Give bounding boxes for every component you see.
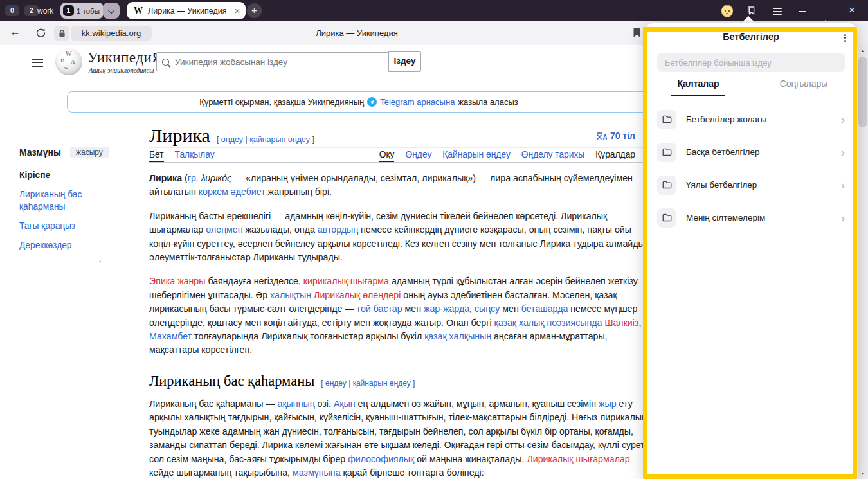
tab-group-expand-button[interactable] bbox=[103, 3, 120, 19]
tab-folders[interactable]: Қалталар bbox=[646, 78, 751, 100]
wiki-link[interactable]: Ақын bbox=[334, 399, 356, 409]
bookmarks-search-box[interactable] bbox=[657, 53, 845, 72]
wiki-redlink[interactable]: Лирикалық өлеңдері bbox=[314, 290, 401, 300]
wikipedia-favicon: W bbox=[134, 6, 143, 16]
active-tab-underline bbox=[671, 95, 725, 96]
avatar-mouth bbox=[726, 13, 728, 14]
tab-bar-divider bbox=[19, 6, 19, 15]
text-segment: мен bbox=[402, 303, 424, 314]
wiki-link[interactable]: Махамбет bbox=[149, 331, 192, 341]
tab-bar: 0 2 work 1 1 тобы W Лирика — Уикипедия ×… bbox=[0, 0, 868, 21]
language-selector-button[interactable]: A 70 тіл bbox=[545, 131, 635, 141]
article-body: Лирика (гр. λυρικός — «лираның үнімен ор… bbox=[149, 172, 657, 479]
toc-item-references[interactable]: Дереккөздер bbox=[19, 239, 138, 251]
wiki-link[interactable]: қазақ халқының bbox=[424, 331, 491, 341]
folder-row-my-links[interactable]: Менің сілтемелерім › bbox=[646, 201, 856, 234]
wiki-link[interactable]: жар-жарда bbox=[424, 303, 469, 314]
new-tab-button[interactable]: + bbox=[247, 3, 262, 18]
work-group-label[interactable]: work bbox=[37, 6, 53, 15]
language-count: 70 тіл bbox=[610, 131, 635, 141]
wiki-link[interactable]: қазақ халық поэзиясында bbox=[494, 318, 602, 328]
folder-label: Басқа бетбелгілер bbox=[686, 147, 831, 157]
scrollbar-thumb[interactable] bbox=[858, 57, 867, 127]
scroll-up-icon[interactable]: ▲ bbox=[858, 48, 868, 53]
article-title: Лирика bbox=[149, 125, 210, 147]
address-bar[interactable]: kk.wikipedia.org bbox=[71, 26, 152, 41]
tab-group-zero-badge[interactable]: 0 bbox=[5, 5, 19, 16]
sitenotice-banner: Құрметті оқырман, қазақша Уикипедияның T… bbox=[67, 91, 651, 113]
wiki-link[interactable]: халықтын bbox=[270, 290, 311, 300]
wiki-menu-icon[interactable] bbox=[32, 56, 43, 69]
tab-recent[interactable]: Соңғылары bbox=[751, 78, 856, 100]
wiki-wordmark[interactable]: УикипедиЯ bbox=[87, 50, 162, 66]
wiki-link[interactable]: өңдеу bbox=[221, 135, 243, 144]
page-scrollbar[interactable]: ▲ ▼ bbox=[858, 45, 868, 479]
toc-hide-button[interactable]: жасыру bbox=[70, 147, 109, 158]
folder-icon bbox=[657, 110, 676, 129]
text-segment: баяндауға негізделсе, bbox=[205, 276, 303, 286]
site-security-lock-icon[interactable] bbox=[54, 26, 69, 41]
wiki-link[interactable]: ақынның bbox=[278, 399, 315, 409]
wiki-link[interactable]: той бастар bbox=[357, 303, 402, 314]
section-edit-links[interactable]: [ өңдеу | қайнарын өңдеу ] bbox=[321, 379, 415, 388]
wiki-redlink[interactable]: кирикалық шығарма bbox=[303, 276, 389, 286]
wiki-link[interactable]: жыр bbox=[599, 399, 617, 409]
wiki-redlink[interactable]: Эпика жанры bbox=[149, 276, 205, 286]
wiki-search-input[interactable] bbox=[174, 57, 393, 68]
tab-talk[interactable]: Талқылау bbox=[175, 150, 215, 162]
folder-row-bookmarks-bar[interactable]: Бетбелгілер жолағы › bbox=[646, 103, 856, 136]
tab-edit-source[interactable]: Қайнарын өңдеу bbox=[442, 150, 511, 162]
wiki-redlink[interactable]: Шалкиіз bbox=[604, 318, 638, 328]
title-edit-links[interactable]: [ өңдеу | қайнарын өңдеу ] bbox=[217, 135, 314, 144]
bookmark-added-flag-icon[interactable] bbox=[633, 28, 641, 41]
tab-close-icon[interactable]: × bbox=[235, 6, 240, 15]
wiki-link[interactable]: беташарда bbox=[521, 303, 568, 314]
text-segment: Лириканың бас қаһарманы — bbox=[149, 399, 278, 409]
wiki-search-box[interactable] bbox=[156, 52, 399, 71]
profile-avatar[interactable] bbox=[721, 5, 733, 17]
wiki-link[interactable]: гр. bbox=[188, 173, 199, 183]
wiki-link[interactable]: автордың bbox=[318, 224, 358, 235]
tab-tools[interactable]: Құралдар bbox=[595, 150, 635, 162]
tab-group-toby[interactable]: 1 1 тобы bbox=[60, 3, 104, 19]
text-segment: жазылады, онда bbox=[243, 224, 318, 235]
folder-row-mobile-bookmarks[interactable]: Ұялы бетбелгілер › bbox=[646, 168, 856, 201]
tab-edit[interactable]: Өңдеу bbox=[405, 150, 431, 162]
wiki-link[interactable]: өңдеу bbox=[325, 379, 347, 388]
tab-history[interactable]: Өңделу тарихы bbox=[521, 150, 584, 162]
browser-menu-icon[interactable] bbox=[773, 6, 782, 17]
tab-page[interactable]: Бет bbox=[149, 150, 164, 162]
bookmarks-search-input[interactable] bbox=[664, 57, 838, 68]
toc-title: Мазмұны bbox=[19, 147, 61, 158]
scroll-down-icon[interactable]: ▼ bbox=[858, 471, 868, 476]
wiki-link[interactable]: сыңсу bbox=[475, 303, 500, 314]
kebab-menu-icon[interactable] bbox=[844, 33, 846, 42]
close-window-button[interactable]: × bbox=[849, 4, 855, 17]
telegram-channel-link[interactable]: Telegram арнасына bbox=[380, 97, 455, 107]
search-icon bbox=[162, 59, 169, 66]
work-group-count-badge[interactable]: 2 bbox=[24, 5, 39, 16]
minimize-button[interactable] bbox=[799, 11, 806, 12]
wiki-link[interactable]: мазмұнына bbox=[293, 467, 341, 478]
reload-button[interactable] bbox=[35, 27, 46, 41]
wikipedia-logo[interactable]: WИAw bbox=[55, 48, 82, 75]
wiki-search-button[interactable]: Іздеу bbox=[388, 51, 421, 72]
active-tab[interactable]: W Лирика — Уикипедия × bbox=[127, 2, 246, 19]
back-button[interactable]: ← bbox=[10, 26, 21, 39]
toc-item-see-also[interactable]: Тағы қараңыз bbox=[19, 220, 138, 232]
wiki-redlink[interactable]: Лирикалық шығармалар bbox=[527, 454, 629, 464]
wiki-link[interactable]: өлеңмен bbox=[206, 224, 242, 235]
wiki-link[interactable]: қайнарын өңдеу bbox=[353, 379, 411, 388]
text-segment: ] bbox=[310, 135, 314, 144]
toc-item-intro[interactable]: Кіріспе bbox=[19, 169, 138, 181]
toc-item-main-hero[interactable]: Лириканың бас қаһарманы bbox=[19, 188, 113, 213]
text-segment: Лирика bbox=[149, 173, 182, 183]
wiki-link[interactable]: философиялық bbox=[348, 454, 414, 464]
folder-row-other-bookmarks[interactable]: Басқа бетбелгілер › bbox=[646, 136, 856, 168]
tab-read[interactable]: Оқу bbox=[379, 150, 395, 162]
toolbar-page-title: Лирика — Уикипедия bbox=[244, 28, 469, 38]
wiki-link[interactable]: қайнарын өңдеу bbox=[249, 135, 310, 144]
text-segment: | bbox=[243, 135, 249, 144]
wiki-link[interactable]: көркем әдебиет bbox=[199, 186, 266, 197]
tab-recent-label: Соңғылары bbox=[780, 78, 828, 89]
